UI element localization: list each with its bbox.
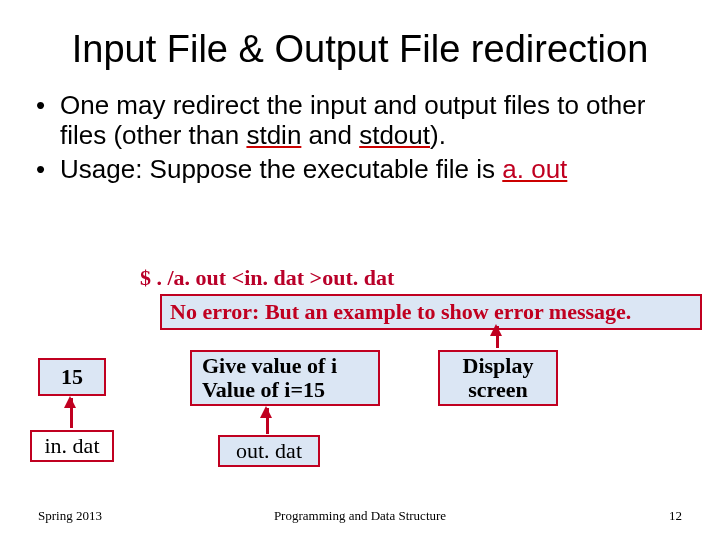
slide-title: Input File & Output File redirection — [0, 0, 720, 91]
bullet-1: One may redirect the input and output fi… — [60, 91, 682, 151]
bullet-2: Usage: Suppose the executable file is a.… — [60, 155, 682, 185]
box-output-line2: Value of i=15 — [202, 378, 337, 402]
box-display-line1: Display — [463, 354, 534, 378]
box-output-line1: Give value of i — [202, 354, 337, 378]
box-15: 15 — [38, 358, 106, 396]
bullet-list: One may redirect the input and output fi… — [0, 91, 720, 185]
command-line: $ . /a. out <in. dat >out. dat — [140, 265, 394, 291]
bullet-2-text-a: Usage: Suppose the executable file is — [60, 154, 502, 184]
arrow-head-outdat — [260, 406, 272, 418]
stdout-word: stdout — [359, 120, 430, 150]
footer-right: 12 — [669, 508, 682, 524]
arrow-head-display — [490, 324, 502, 336]
footer-center: Programming and Data Structure — [274, 508, 446, 524]
box-outdat-label: out. dat — [218, 435, 320, 467]
box-display-screen: Display screen — [438, 350, 558, 406]
box-indat-label: in. dat — [30, 430, 114, 462]
stdin-word: stdin — [246, 120, 301, 150]
box-display-line2: screen — [463, 378, 534, 402]
aout-word: a. out — [502, 154, 567, 184]
arrow-head-indat — [64, 396, 76, 408]
error-message-box: No error: But an example to show error m… — [160, 294, 702, 330]
footer-left: Spring 2013 — [38, 508, 102, 524]
box-output-content: Give value of i Value of i=15 — [190, 350, 380, 406]
bullet-1-text-mid: and — [301, 120, 359, 150]
bullet-1-text-end: ). — [430, 120, 446, 150]
